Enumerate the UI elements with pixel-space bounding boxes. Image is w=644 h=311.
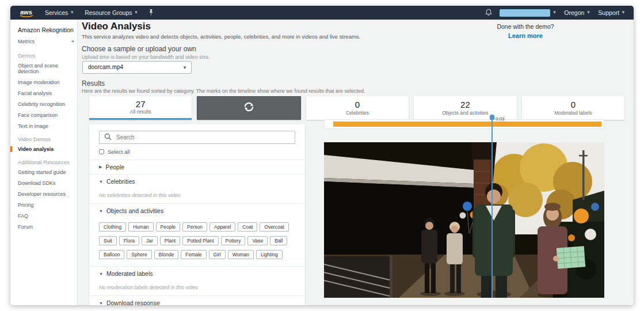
tab-people-loading[interactable]	[197, 96, 300, 120]
tab-count: 27	[136, 100, 146, 109]
learn-more-link[interactable]: Learn more	[508, 32, 543, 39]
page-description: This service analyzes video and detects …	[82, 33, 360, 40]
tab-count: 0	[571, 100, 576, 110]
account-name-redacted	[500, 9, 550, 17]
sidebar-item-pricing[interactable]: Pricing	[18, 202, 77, 208]
tab-label: Celebrities	[346, 110, 369, 116]
tab-moderated-labels[interactable]: 0 Moderated labels	[522, 96, 624, 120]
support-menu[interactable]: Support ▼	[598, 9, 626, 16]
select-all-checkbox[interactable]	[99, 149, 104, 154]
chevron-down-icon: ▼	[99, 209, 103, 213]
collapse-sidebar-icon[interactable]: ◂	[71, 38, 74, 44]
search-icon	[104, 132, 112, 143]
label-tag[interactable]: Ball	[270, 236, 287, 245]
sidebar-app-title[interactable]: Amazon Rekognition	[18, 26, 77, 33]
label-tag[interactable]: Person	[182, 222, 207, 232]
chevron-down-icon: ▼	[99, 301, 103, 305]
playhead-handle-icon[interactable]	[490, 115, 494, 120]
select-all-row: Select all	[99, 149, 295, 155]
resource-groups-menu[interactable]: Resource Groups ▼	[85, 9, 138, 16]
accordion-celebrities[interactable]: ▼ Celebrities	[89, 174, 305, 188]
label-tag[interactable]: Coat	[238, 222, 257, 232]
label-tag[interactable]: Vase	[247, 236, 268, 245]
timeline-playhead[interactable]	[491, 115, 493, 298]
done-prompt: Done with the demo?	[485, 23, 566, 30]
sidebar: Amazon Rekognition Metrics ◂ Demos Objec…	[10, 20, 78, 305]
sidebar-item-face-comparison[interactable]: Face comparison	[18, 112, 77, 118]
timeline-track[interactable]	[324, 119, 604, 129]
label-tag[interactable]: Girl	[209, 250, 226, 259]
label-tag[interactable]: Blonde	[154, 250, 178, 259]
tab-all-results[interactable]: 27 All results	[89, 96, 192, 120]
label-tag[interactable]: Balloon	[99, 250, 124, 259]
search-input[interactable]	[116, 134, 290, 141]
sidebar-item-faq[interactable]: FAQ	[18, 213, 77, 219]
done-with-demo-block: Done with the demo? Learn more	[485, 23, 566, 40]
label-tag[interactable]: Plant	[160, 236, 180, 245]
aws-logo[interactable]: aws	[18, 8, 35, 18]
label-tag[interactable]: Sphere	[127, 250, 151, 259]
label-tag[interactable]: People	[156, 222, 180, 232]
sidebar-item-developer-resources[interactable]: Developer resources	[18, 191, 77, 197]
label-tag[interactable]: Woman	[228, 250, 254, 259]
region-menu[interactable]: Oregon ▼	[564, 9, 590, 16]
sidebar-section-additional-resources: Additional Resources	[18, 159, 77, 165]
page-title: Video Analysis	[82, 21, 151, 32]
accordion-objects-activities[interactable]: ▼ Objects and activities	[89, 203, 305, 218]
accordion-people[interactable]: ▶ People	[89, 160, 305, 174]
sidebar-section-demos: Demos	[18, 52, 77, 59]
label-tag[interactable]: Lighting	[256, 250, 283, 259]
moderated-empty-state: No moderation labels detected in this vi…	[89, 280, 305, 295]
svg-text:aws: aws	[20, 9, 32, 16]
sidebar-item-celebrity-recognition[interactable]: Celebrity recognition	[18, 101, 77, 107]
label-tag[interactable]: Clothing	[99, 222, 126, 232]
chevron-right-icon: ▶	[99, 165, 102, 169]
video-player[interactable]	[324, 142, 604, 298]
label-tag[interactable]: Potted Plant	[182, 236, 218, 245]
label-tag[interactable]: Flora	[119, 236, 139, 245]
label-tag[interactable]: Overcoat	[260, 222, 289, 232]
timeline-detection-bar	[333, 122, 601, 127]
results-subtext: Here are the results we found sorted by …	[82, 88, 365, 94]
celebrities-empty-state: No celebrities detected in this video	[89, 188, 305, 203]
chevron-down-icon: ▼	[552, 10, 557, 15]
sidebar-item-metrics[interactable]: Metrics ◂	[18, 39, 77, 44]
pin-icon[interactable]	[148, 9, 154, 17]
main-content: Video Analysis This service analyzes vid…	[78, 20, 634, 305]
aws-console-page: aws Services ▼ Resource Groups ▼	[10, 6, 634, 305]
chevron-down-icon: ▼	[99, 272, 103, 276]
sample-chooser-heading: Choose a sample or upload your own	[82, 45, 196, 53]
sidebar-item-object-scene-detection[interactable]: Object and scene detection	[18, 63, 77, 74]
sidebar-section-video-demos: Video Demos	[18, 136, 77, 142]
sidebar-item-text-in-image[interactable]: Text in image	[18, 123, 77, 129]
label-tag[interactable]: Human	[128, 222, 153, 232]
chevron-down-icon: ▼	[99, 180, 103, 184]
video-frame	[324, 142, 604, 298]
label-tag[interactable]: Jar	[142, 236, 158, 245]
browser-viewport: aws Services ▼ Resource Groups ▼	[0, 0, 644, 311]
accordion-moderated-labels[interactable]: ▼ Moderated labels	[89, 266, 305, 280]
chevron-down-icon: ▼	[586, 10, 590, 15]
label-tag[interactable]: Female	[181, 250, 206, 259]
label-tag[interactable]: Suit	[99, 236, 117, 245]
label-tag[interactable]: Apparel	[209, 222, 235, 232]
playhead-time: 0:03	[496, 116, 505, 122]
sidebar-item-facial-analysis[interactable]: Facial analysis	[18, 90, 77, 96]
sidebar-item-forum[interactable]: Forum	[18, 224, 77, 230]
sidebar-item-image-moderation[interactable]: Image moderation	[18, 79, 77, 85]
tab-celebrities[interactable]: 0 Celebrities	[306, 96, 409, 120]
account-menu[interactable]: ▼	[500, 9, 557, 17]
services-menu[interactable]: Services ▼	[45, 9, 74, 16]
sample-select[interactable]: doorcam.mp4 ▼	[82, 61, 192, 74]
accordion-download-response[interactable]: ▼ Download response	[89, 295, 305, 305]
tab-label: All results	[130, 109, 151, 115]
results-heading: Results	[82, 79, 105, 88]
results-list-panel: Select all ▶ People ▼ Celebrities No cel…	[89, 124, 305, 305]
top-navigation-bar: aws Services ▼ Resource Groups ▼	[10, 6, 634, 20]
tab-count: 22	[460, 100, 470, 110]
sidebar-item-download-sdks[interactable]: Download SDKs	[18, 180, 77, 186]
sidebar-item-video-analysis[interactable]: Video analysis	[10, 146, 77, 152]
sidebar-item-getting-started-guide[interactable]: Getting started guide	[18, 169, 77, 175]
label-tag[interactable]: Pottery	[221, 236, 246, 245]
notifications-bell-icon[interactable]	[485, 9, 492, 17]
